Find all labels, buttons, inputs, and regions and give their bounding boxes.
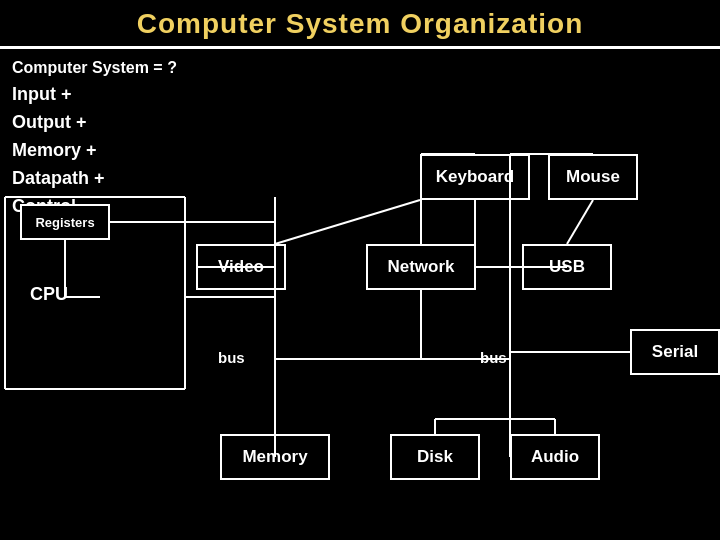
bus-left-label: bus <box>218 349 245 366</box>
bus-right-label: bus <box>480 349 507 366</box>
serial-box: Serial <box>630 329 720 375</box>
keyboard-box: Keyboard <box>420 154 530 200</box>
network-box: Network <box>366 244 476 290</box>
usb-box: USB <box>522 244 612 290</box>
item-datapath: Datapath + <box>12 165 185 193</box>
svg-line-18 <box>567 200 593 244</box>
subtitle: Computer System = ? <box>12 59 185 77</box>
mouse-box: Mouse <box>548 154 638 200</box>
audio-box: Audio <box>510 434 600 480</box>
disk-box: Disk <box>390 434 480 480</box>
memory-box: Memory <box>220 434 330 480</box>
svg-line-29 <box>275 200 420 244</box>
item-memory: Memory + <box>12 137 185 165</box>
video-box: Video <box>196 244 286 290</box>
item-output: Output + <box>12 109 185 137</box>
page-title: Computer System Organization <box>0 0 720 49</box>
item-input: Input + <box>12 81 185 109</box>
registers-box: Registers <box>20 204 110 240</box>
cpu-label: CPU <box>30 284 68 305</box>
items-list: Input + Output + Memory + Datapath + Con… <box>12 81 185 220</box>
